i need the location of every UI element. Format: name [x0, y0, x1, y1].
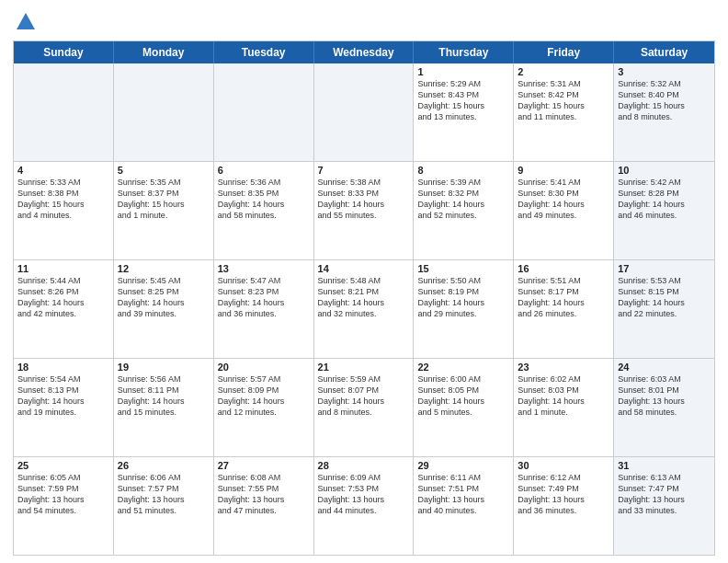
day-info: Sunrise: 6:11 AM Sunset: 7:51 PM Dayligh… — [417, 472, 509, 517]
day-info: Sunrise: 6:09 AM Sunset: 7:53 PM Dayligh… — [318, 472, 410, 517]
day-cell-8: 8Sunrise: 5:39 AM Sunset: 8:32 PM Daylig… — [414, 162, 514, 259]
page: SundayMondayTuesdayWednesdayThursdayFrid… — [0, 0, 728, 563]
weekday-header-sunday: Sunday — [14, 41, 114, 63]
day-info: Sunrise: 6:12 AM Sunset: 7:49 PM Dayligh… — [518, 472, 609, 517]
day-number: 30 — [518, 460, 609, 471]
calendar-row-3: 18Sunrise: 5:54 AM Sunset: 8:13 PM Dayli… — [14, 359, 714, 457]
day-cell-6: 6Sunrise: 5:36 AM Sunset: 8:35 PM Daylig… — [214, 162, 314, 259]
day-cell-28: 28Sunrise: 6:09 AM Sunset: 7:53 PM Dayli… — [314, 457, 415, 555]
day-number: 14 — [318, 263, 410, 274]
day-number: 10 — [618, 165, 711, 176]
empty-cell-r0c0 — [14, 63, 114, 161]
weekday-header-monday: Monday — [114, 41, 214, 63]
day-cell-3: 3Sunrise: 5:32 AM Sunset: 8:40 PM Daylig… — [614, 63, 714, 161]
day-number: 5 — [118, 165, 210, 176]
day-number: 21 — [318, 362, 410, 373]
empty-cell-r0c1 — [114, 63, 214, 161]
day-cell-4: 4Sunrise: 5:33 AM Sunset: 8:38 PM Daylig… — [14, 162, 114, 259]
day-number: 26 — [118, 460, 210, 471]
day-cell-5: 5Sunrise: 5:35 AM Sunset: 8:37 PM Daylig… — [114, 162, 214, 259]
day-info: Sunrise: 5:45 AM Sunset: 8:25 PM Dayligh… — [118, 275, 210, 320]
day-number: 2 — [518, 66, 609, 77]
day-info: Sunrise: 5:32 AM Sunset: 8:40 PM Dayligh… — [618, 78, 711, 123]
day-number: 17 — [618, 263, 711, 274]
day-info: Sunrise: 6:06 AM Sunset: 7:57 PM Dayligh… — [118, 472, 210, 517]
day-number: 7 — [318, 165, 410, 176]
day-number: 22 — [417, 362, 509, 373]
weekday-header-saturday: Saturday — [614, 41, 714, 63]
day-cell-17: 17Sunrise: 5:53 AM Sunset: 8:15 PM Dayli… — [614, 260, 714, 358]
day-number: 3 — [618, 66, 711, 77]
day-number: 12 — [118, 263, 210, 274]
weekday-header-friday: Friday — [514, 41, 614, 63]
day-cell-21: 21Sunrise: 5:59 AM Sunset: 8:07 PM Dayli… — [314, 359, 415, 456]
day-info: Sunrise: 5:35 AM Sunset: 8:37 PM Dayligh… — [118, 177, 210, 222]
day-number: 27 — [218, 460, 310, 471]
day-info: Sunrise: 5:54 AM Sunset: 8:13 PM Dayligh… — [17, 373, 109, 419]
day-info: Sunrise: 5:50 AM Sunset: 8:19 PM Dayligh… — [417, 275, 509, 320]
day-number: 1 — [417, 66, 509, 77]
day-cell-22: 22Sunrise: 6:00 AM Sunset: 8:05 PM Dayli… — [414, 359, 514, 456]
empty-cell-r0c3 — [314, 63, 415, 161]
day-number: 18 — [17, 362, 109, 373]
day-info: Sunrise: 6:08 AM Sunset: 7:55 PM Dayligh… — [218, 472, 310, 517]
empty-cell-r0c2 — [214, 63, 314, 161]
day-cell-19: 19Sunrise: 5:56 AM Sunset: 8:11 PM Dayli… — [114, 359, 214, 456]
day-number: 6 — [218, 165, 310, 176]
day-info: Sunrise: 5:33 AM Sunset: 8:38 PM Dayligh… — [17, 177, 109, 222]
day-info: Sunrise: 6:05 AM Sunset: 7:59 PM Dayligh… — [17, 472, 109, 517]
logo-icon — [13, 9, 39, 35]
day-info: Sunrise: 5:47 AM Sunset: 8:23 PM Dayligh… — [218, 275, 310, 320]
day-number: 11 — [17, 263, 109, 274]
day-cell-20: 20Sunrise: 5:57 AM Sunset: 8:09 PM Dayli… — [214, 359, 314, 456]
day-cell-23: 23Sunrise: 6:02 AM Sunset: 8:03 PM Dayli… — [514, 359, 614, 456]
weekday-header-thursday: Thursday — [414, 41, 514, 63]
day-number: 15 — [417, 263, 509, 274]
day-info: Sunrise: 6:13 AM Sunset: 7:47 PM Dayligh… — [618, 472, 711, 517]
day-info: Sunrise: 5:59 AM Sunset: 8:07 PM Dayligh… — [318, 373, 410, 419]
day-cell-12: 12Sunrise: 5:45 AM Sunset: 8:25 PM Dayli… — [114, 260, 214, 358]
day-cell-10: 10Sunrise: 5:42 AM Sunset: 8:28 PM Dayli… — [614, 162, 714, 259]
day-info: Sunrise: 5:39 AM Sunset: 8:32 PM Dayligh… — [417, 177, 509, 222]
day-number: 13 — [218, 263, 310, 274]
day-number: 24 — [618, 362, 711, 373]
day-cell-1: 1Sunrise: 5:29 AM Sunset: 8:43 PM Daylig… — [414, 63, 514, 161]
calendar-row-0: 1Sunrise: 5:29 AM Sunset: 8:43 PM Daylig… — [14, 63, 714, 162]
day-info: Sunrise: 6:03 AM Sunset: 8:01 PM Dayligh… — [618, 373, 711, 419]
day-info: Sunrise: 5:53 AM Sunset: 8:15 PM Dayligh… — [618, 275, 711, 320]
day-info: Sunrise: 5:29 AM Sunset: 8:43 PM Dayligh… — [417, 78, 509, 123]
day-number: 31 — [618, 460, 711, 471]
day-number: 29 — [417, 460, 509, 471]
calendar-row-4: 25Sunrise: 6:05 AM Sunset: 7:59 PM Dayli… — [14, 457, 714, 555]
day-number: 16 — [518, 263, 609, 274]
day-cell-7: 7Sunrise: 5:38 AM Sunset: 8:33 PM Daylig… — [314, 162, 415, 259]
calendar-header: SundayMondayTuesdayWednesdayThursdayFrid… — [14, 41, 714, 63]
day-cell-30: 30Sunrise: 6:12 AM Sunset: 7:49 PM Dayli… — [514, 457, 614, 555]
day-cell-26: 26Sunrise: 6:06 AM Sunset: 7:57 PM Dayli… — [114, 457, 214, 555]
day-info: Sunrise: 6:00 AM Sunset: 8:05 PM Dayligh… — [417, 373, 509, 419]
day-cell-16: 16Sunrise: 5:51 AM Sunset: 8:17 PM Dayli… — [514, 260, 614, 358]
day-number: 25 — [17, 460, 109, 471]
calendar: SundayMondayTuesdayWednesdayThursdayFrid… — [13, 40, 715, 556]
day-cell-15: 15Sunrise: 5:50 AM Sunset: 8:19 PM Dayli… — [414, 260, 514, 358]
day-number: 23 — [518, 362, 609, 373]
day-cell-2: 2Sunrise: 5:31 AM Sunset: 8:42 PM Daylig… — [514, 63, 614, 161]
day-cell-11: 11Sunrise: 5:44 AM Sunset: 8:26 PM Dayli… — [14, 260, 114, 358]
day-cell-9: 9Sunrise: 5:41 AM Sunset: 8:30 PM Daylig… — [514, 162, 614, 259]
day-info: Sunrise: 5:31 AM Sunset: 8:42 PM Dayligh… — [518, 78, 609, 123]
day-info: Sunrise: 5:42 AM Sunset: 8:28 PM Dayligh… — [618, 177, 711, 222]
day-info: Sunrise: 5:36 AM Sunset: 8:35 PM Dayligh… — [218, 177, 310, 222]
day-cell-24: 24Sunrise: 6:03 AM Sunset: 8:01 PM Dayli… — [614, 359, 714, 456]
header — [13, 9, 715, 35]
day-info: Sunrise: 5:51 AM Sunset: 8:17 PM Dayligh… — [518, 275, 609, 320]
day-info: Sunrise: 5:38 AM Sunset: 8:33 PM Dayligh… — [318, 177, 410, 222]
calendar-row-2: 11Sunrise: 5:44 AM Sunset: 8:26 PM Dayli… — [14, 260, 714, 359]
day-number: 8 — [417, 165, 509, 176]
day-info: Sunrise: 5:48 AM Sunset: 8:21 PM Dayligh… — [318, 275, 410, 320]
day-info: Sunrise: 5:41 AM Sunset: 8:30 PM Dayligh… — [518, 177, 609, 222]
day-number: 20 — [218, 362, 310, 373]
day-info: Sunrise: 5:57 AM Sunset: 8:09 PM Dayligh… — [218, 373, 310, 419]
day-info: Sunrise: 6:02 AM Sunset: 8:03 PM Dayligh… — [518, 373, 609, 419]
day-cell-29: 29Sunrise: 6:11 AM Sunset: 7:51 PM Dayli… — [414, 457, 514, 555]
weekday-header-wednesday: Wednesday — [314, 41, 415, 63]
